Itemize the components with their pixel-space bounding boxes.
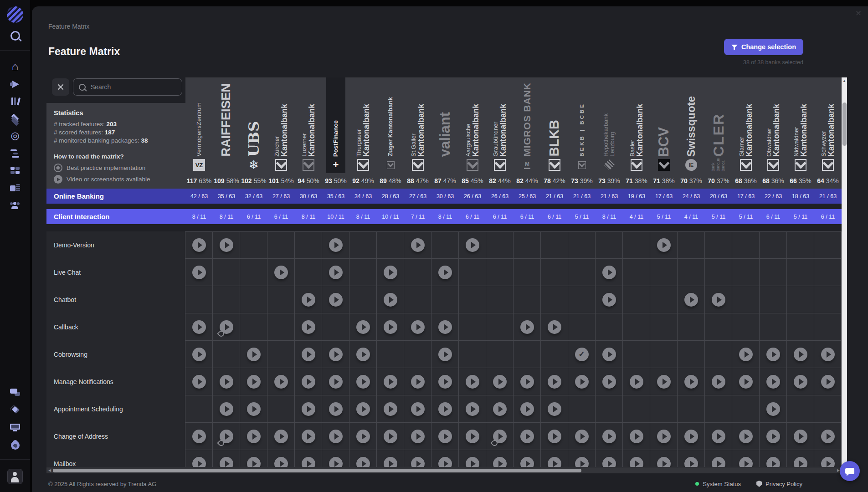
sidebar-item-layers[interactable] <box>0 111 30 126</box>
play-icon[interactable] <box>630 430 643 443</box>
sidebar-item-announcements[interactable] <box>0 77 30 92</box>
sidebar-item-tags[interactable] <box>0 402 30 418</box>
play-icon[interactable] <box>575 375 589 389</box>
play-icon[interactable] <box>739 375 753 389</box>
brand-logo-icon[interactable] <box>0 7 30 22</box>
change-selection-button[interactable]: Change selection <box>724 39 803 55</box>
scroll-up-icon[interactable]: ▲ <box>842 79 847 83</box>
bank-column[interactable]: valiant8747% <box>431 77 459 189</box>
play-icon[interactable] <box>794 375 807 389</box>
play-icon[interactable] <box>192 348 206 361</box>
sidebar-item-devices[interactable] <box>0 420 30 435</box>
play-icon[interactable] <box>712 430 725 443</box>
play-icon[interactable] <box>384 293 397 307</box>
sidebar-item-users[interactable] <box>0 198 30 213</box>
horizontal-scroll-thumb[interactable] <box>53 469 581 472</box>
play-icon[interactable] <box>794 430 807 443</box>
play-icon[interactable] <box>466 430 479 443</box>
bank-column[interactable]: NidwaldnerKantonalbank6635% <box>787 77 814 189</box>
bank-column[interactable]: SwissquoteIE7037% <box>678 77 705 189</box>
play-icon[interactable] <box>630 375 643 389</box>
play-icon[interactable] <box>548 457 561 467</box>
play-icon[interactable] <box>739 348 753 361</box>
play-icon[interactable] <box>384 320 397 334</box>
play-icon[interactable] <box>739 430 753 443</box>
play-icon[interactable] <box>329 457 343 467</box>
bank-column[interactable]: BaslerKantonalbank7138% <box>623 77 650 189</box>
play-icon[interactable] <box>192 266 206 279</box>
bank-column[interactable]: MIGROS BANKM8244% <box>514 77 541 189</box>
play-icon[interactable] <box>329 266 343 279</box>
play-icon[interactable] <box>356 402 370 416</box>
play-icon[interactable] <box>384 457 397 467</box>
bank-column[interactable]: ZürcherKantonalbank10154% <box>267 77 295 189</box>
play-icon[interactable] <box>438 320 452 334</box>
play-icon[interactable] <box>766 430 780 443</box>
play-icon[interactable] <box>192 430 206 443</box>
sidebar-item-goals[interactable]: ◎ <box>0 128 30 144</box>
play-icon[interactable] <box>575 430 589 443</box>
play-icon[interactable] <box>712 457 725 467</box>
play-icon[interactable] <box>712 293 725 307</box>
play-icon[interactable] <box>220 238 233 252</box>
play-icon[interactable] <box>466 375 479 389</box>
play-icon[interactable] <box>548 375 561 389</box>
play-icon[interactable] <box>356 320 370 334</box>
play-icon[interactable] <box>602 293 616 307</box>
play-icon[interactable] <box>520 430 534 443</box>
play-icon[interactable] <box>411 375 425 389</box>
play-icon[interactable] <box>821 348 835 361</box>
play-icon[interactable] <box>684 293 698 307</box>
play-icon[interactable] <box>438 266 452 279</box>
play-icon[interactable] <box>766 402 780 416</box>
play-icon[interactable] <box>739 457 753 467</box>
bank-column[interactable]: Zuger Kantonalbank8948% <box>377 77 404 189</box>
vertical-scroll-thumb[interactable] <box>842 102 847 146</box>
play-icon[interactable] <box>438 430 452 443</box>
scroll-left-icon[interactable]: ◀ <box>46 468 53 472</box>
play-icon[interactable] <box>766 457 780 467</box>
play-icon[interactable] <box>657 375 671 389</box>
play-icon[interactable] <box>302 320 315 334</box>
play-icon[interactable] <box>384 375 397 389</box>
bank-column[interactable]: BEKB | BCBE7339% <box>568 77 596 189</box>
play-icon[interactable] <box>302 457 315 467</box>
play-icon[interactable] <box>274 375 288 389</box>
play-icon[interactable] <box>356 430 370 443</box>
bank-column[interactable]: ThurgauerKantonalbank9249% <box>349 77 377 189</box>
play-icon[interactable] <box>411 238 425 252</box>
sidebar-item-organization[interactable] <box>0 180 30 195</box>
play-icon[interactable] <box>247 375 261 389</box>
sidebar-item-blocks[interactable] <box>0 163 30 178</box>
bank-column[interactable]: VermögensZentrumVZ11763% <box>185 77 213 189</box>
play-icon[interactable] <box>384 266 397 279</box>
play-icon[interactable] <box>411 430 425 443</box>
play-icon[interactable] <box>821 375 835 389</box>
play-icon[interactable] <box>329 348 343 361</box>
play-icon[interactable] <box>329 293 343 307</box>
play-icon[interactable] <box>602 375 616 389</box>
play-icon[interactable] <box>356 348 370 361</box>
play-icon[interactable] <box>247 348 261 361</box>
window-resize-icon[interactable] <box>855 10 862 16</box>
play-icon[interactable] <box>356 457 370 467</box>
expand-matrix-button[interactable] <box>52 78 69 96</box>
search-input[interactable] <box>90 83 169 91</box>
bank-column[interactable]: ObwaldnerKantonalbank6836% <box>760 77 787 189</box>
play-icon[interactable] <box>247 430 261 443</box>
play-icon[interactable] <box>438 348 452 361</box>
bank-column[interactable]: AargauischeKantonalbank8545% <box>459 77 486 189</box>
sidebar-item-search[interactable] <box>0 28 30 43</box>
play-icon[interactable] <box>548 402 561 416</box>
system-status-link[interactable]: System Status <box>695 481 741 487</box>
sidebar-item-home[interactable]: ⌂ <box>0 59 30 74</box>
play-icon[interactable] <box>684 430 698 443</box>
play-icon[interactable] <box>520 402 534 416</box>
play-icon[interactable] <box>356 375 370 389</box>
play-icon[interactable] <box>602 457 616 467</box>
bank-column[interactable]: UBS❄10255% <box>240 77 267 189</box>
bank-column[interactable]: BLKB7842% <box>541 77 568 189</box>
play-icon[interactable] <box>712 375 725 389</box>
sidebar-item-account[interactable] <box>0 469 30 484</box>
play-icon[interactable] <box>302 402 315 416</box>
